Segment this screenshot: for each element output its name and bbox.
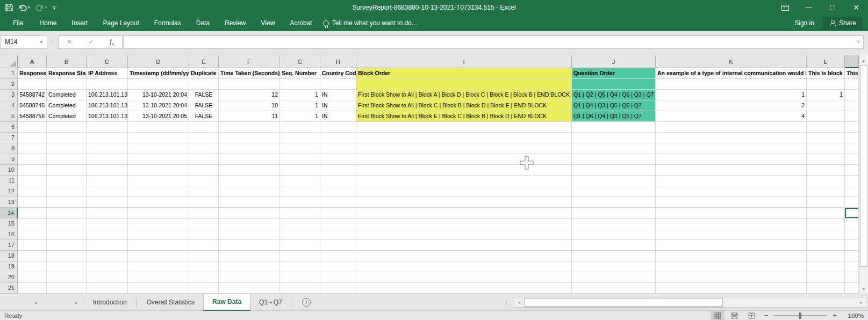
cell-B20[interactable]	[47, 272, 87, 283]
cell-B18[interactable]	[47, 251, 87, 261]
cell-E2[interactable]	[189, 79, 219, 90]
cell-J19[interactable]	[572, 261, 656, 272]
cell-M10[interactable]	[845, 165, 859, 176]
cell-C6[interactable]	[87, 122, 128, 133]
insert-function-icon[interactable]: fx	[110, 37, 114, 47]
cell-M12[interactable]	[845, 186, 859, 197]
cell-C20[interactable]	[87, 272, 128, 283]
cell-B5[interactable]: Completed	[47, 111, 87, 122]
formula-bar-expand-icon[interactable]: ˅	[857, 39, 860, 45]
ribbon-tab-page-layout[interactable]: Page Layout	[95, 15, 146, 31]
cell-F21[interactable]	[219, 283, 280, 294]
cell-L2[interactable]	[807, 79, 845, 90]
cell-I14[interactable]	[356, 208, 572, 219]
cell-I7[interactable]	[356, 133, 572, 143]
cell-E15[interactable]	[189, 219, 219, 229]
save-icon[interactable]	[5, 4, 13, 11]
scroll-up-icon[interactable]: ▴	[859, 55, 868, 65]
cell-M7[interactable]	[845, 133, 859, 143]
cell-G2[interactable]	[280, 79, 320, 90]
cell-F12[interactable]	[219, 186, 280, 197]
cell-H16[interactable]	[320, 229, 356, 240]
cell-M14[interactable]	[845, 208, 859, 219]
cell-B16[interactable]	[47, 229, 87, 240]
ribbon-tab-home[interactable]: Home	[32, 15, 64, 31]
cell-I3[interactable]: First Block Show to All | Block A | Bloc…	[356, 90, 572, 100]
scroll-left-icon[interactable]: ◂	[514, 300, 524, 305]
row-header-11[interactable]: 11	[0, 176, 18, 186]
cell-K17[interactable]	[656, 240, 807, 251]
cell-C21[interactable]	[87, 283, 128, 294]
cell-A1[interactable]: Response ID	[18, 68, 47, 79]
cell-D7[interactable]	[128, 133, 189, 143]
tab-scroll-right-icon[interactable]: ▸	[71, 300, 82, 306]
ribbon-display-options-button[interactable]	[773, 0, 797, 15]
cell-E17[interactable]	[189, 240, 219, 251]
cell-K6[interactable]	[656, 122, 807, 133]
cell-J7[interactable]	[572, 133, 656, 143]
cell-E5[interactable]: FALSE	[189, 111, 219, 122]
cell-F17[interactable]	[219, 240, 280, 251]
maximize-button[interactable]	[821, 0, 844, 15]
cell-F19[interactable]	[219, 261, 280, 272]
cell-E14[interactable]	[189, 208, 219, 219]
cell-C8[interactable]	[87, 143, 128, 154]
cell-G13[interactable]	[280, 197, 320, 208]
undo-button[interactable]: ▾	[18, 4, 30, 11]
cell-H1[interactable]: Country Code	[320, 68, 356, 79]
column-header-K[interactable]: K	[656, 55, 807, 68]
cell-F9[interactable]	[219, 154, 280, 165]
cell-M1[interactable]: This i	[845, 68, 859, 79]
cell-G14[interactable]	[280, 208, 320, 219]
cell-A15[interactable]	[18, 219, 47, 229]
cell-K3[interactable]: 1	[656, 90, 807, 100]
cell-A12[interactable]	[18, 186, 47, 197]
cell-C17[interactable]	[87, 240, 128, 251]
cell-H2[interactable]	[320, 79, 356, 90]
row-header-7[interactable]: 7	[0, 133, 18, 143]
cell-D6[interactable]	[128, 122, 189, 133]
zoom-slider-thumb[interactable]	[799, 312, 801, 319]
cell-B6[interactable]	[47, 122, 87, 133]
cell-J2[interactable]	[572, 79, 656, 90]
cell-I6[interactable]	[356, 122, 572, 133]
cell-B10[interactable]	[47, 165, 87, 176]
cell-A11[interactable]	[18, 176, 47, 186]
cell-C9[interactable]	[87, 154, 128, 165]
cell-G12[interactable]	[280, 186, 320, 197]
cell-J1[interactable]: Question Order	[572, 68, 656, 79]
cell-E19[interactable]	[189, 261, 219, 272]
cell-K7[interactable]	[656, 133, 807, 143]
ribbon-tab-acrobat[interactable]: Acrobat	[282, 15, 319, 31]
cell-C11[interactable]	[87, 176, 128, 186]
cell-I4[interactable]: First Block Show to All | Block C | Bloc…	[356, 100, 572, 111]
cell-I13[interactable]	[356, 197, 572, 208]
cell-D20[interactable]	[128, 272, 189, 283]
cell-G19[interactable]	[280, 261, 320, 272]
column-header-M[interactable]	[845, 55, 859, 68]
cell-B2[interactable]	[47, 79, 87, 90]
cell-H4[interactable]: IN	[320, 100, 356, 111]
cell-A7[interactable]	[18, 133, 47, 143]
ribbon-tab-formulas[interactable]: Formulas	[147, 15, 189, 31]
cell-D2[interactable]	[128, 79, 189, 90]
cell-G17[interactable]	[280, 240, 320, 251]
formula-input[interactable]: ˅	[124, 35, 864, 49]
ribbon-tab-file[interactable]: File	[4, 15, 32, 31]
cell-B1[interactable]: Response Status	[47, 68, 87, 79]
row-header-12[interactable]: 12	[0, 186, 18, 197]
row-header-6[interactable]: 6	[0, 122, 18, 133]
cell-F8[interactable]	[219, 143, 280, 154]
cell-B13[interactable]	[47, 197, 87, 208]
cell-J14[interactable]	[572, 208, 656, 219]
cell-E12[interactable]	[189, 186, 219, 197]
cell-B8[interactable]	[47, 143, 87, 154]
cell-J20[interactable]	[572, 272, 656, 283]
cell-F5[interactable]: 11	[219, 111, 280, 122]
cell-B7[interactable]	[47, 133, 87, 143]
cell-F14[interactable]	[219, 208, 280, 219]
cell-M5[interactable]	[845, 111, 859, 122]
cell-J3[interactable]: Q1 | Q2 | Q5 | Q4 | Q6 | Q3 | Q7	[572, 90, 656, 100]
cell-L8[interactable]	[807, 143, 845, 154]
cell-A9[interactable]	[18, 154, 47, 165]
